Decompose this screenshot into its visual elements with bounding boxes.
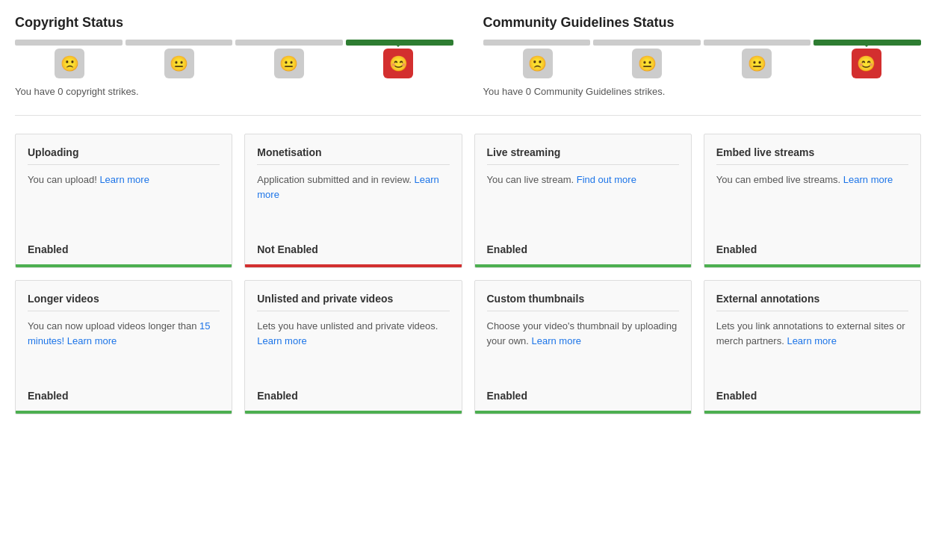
- card-uploading: Uploading You can upload! Learn more Ena…: [15, 134, 232, 268]
- card-unlisted-private-bar: [245, 411, 461, 414]
- card-external-annotations-desc: Lets you link annotations to external si…: [716, 319, 908, 348]
- card-unlisted-private: Unlisted and private videos Lets you hav…: [244, 280, 462, 414]
- card-custom-thumbnails-desc: Choose your video's thumbnail by uploadi…: [487, 319, 679, 348]
- copyright-seg-1: [15, 40, 123, 46]
- card-embed-live-status: Enabled: [704, 236, 920, 264]
- card-live-streaming-status: Enabled: [475, 236, 691, 264]
- card-unlisted-private-desc: Lets you have unlisted and private video…: [257, 319, 449, 348]
- copyright-status-block: Copyright Status 🙁 😐 😐: [15, 15, 453, 97]
- copyright-happy-icon: 😊: [383, 49, 413, 78]
- community-progress-bar: [483, 40, 922, 46]
- community-neutral-icon: 😐: [632, 49, 662, 78]
- card-custom-thumbnails-bar: [475, 411, 691, 414]
- card-uploading-status: Enabled: [16, 236, 232, 264]
- copyright-face-1: 🙁: [15, 49, 125, 78]
- copyright-face-3: 😐: [234, 49, 344, 78]
- card-monetisation-desc: Application submitted and in review. Lea…: [257, 172, 449, 202]
- card-live-streaming-desc: You can live stream. Find out more: [487, 172, 679, 187]
- card-monetisation-title: Monetisation: [257, 146, 449, 165]
- card-embed-live-desc: You can embed live streams. Learn more: [716, 172, 908, 187]
- community-seg-1: [483, 40, 591, 46]
- copyright-seg-3: [235, 40, 343, 46]
- community-title: Community Guidelines Status: [483, 15, 922, 31]
- card-embed-live: Embed live streams You can embed live st…: [704, 134, 921, 268]
- card-unlisted-private-status: Enabled: [245, 382, 461, 411]
- community-status-text: You have 0 Community Guidelines strikes.: [483, 86, 922, 97]
- community-face-1: 🙁: [483, 49, 593, 78]
- copyright-face-4: 😊: [344, 49, 453, 78]
- card-uploading-link[interactable]: Learn more: [99, 174, 149, 185]
- card-custom-thumbnails-title: Custom thumbnails: [487, 293, 679, 311]
- card-live-streaming-link[interactable]: Find out more: [577, 174, 636, 185]
- copyright-seg-2: [125, 40, 233, 46]
- cards-row-1: Uploading You can upload! Learn more Ena…: [15, 134, 921, 268]
- copyright-title: Copyright Status: [15, 15, 453, 31]
- card-external-annotations-bar: [704, 411, 920, 414]
- card-longer-videos: Longer videos You can now upload videos …: [15, 280, 232, 414]
- card-external-annotations-status: Enabled: [704, 382, 920, 411]
- community-sad-icon: 🙁: [523, 49, 553, 78]
- copyright-sad-icon: 🙁: [55, 49, 84, 78]
- card-uploading-desc: You can upload! Learn more: [28, 172, 220, 187]
- copyright-emoji-row: 🙁 😐 😐 😊: [15, 49, 453, 78]
- cards-row-2: Longer videos You can now upload videos …: [15, 280, 921, 414]
- card-longer-videos-title: Longer videos: [28, 293, 220, 311]
- card-longer-videos-link[interactable]: Learn more: [67, 335, 117, 346]
- card-unlisted-private-title: Unlisted and private videos: [257, 293, 449, 311]
- card-live-streaming-title: Live streaming: [487, 146, 679, 165]
- card-unlisted-private-link[interactable]: Learn more: [257, 335, 306, 346]
- status-section: Copyright Status 🙁 😐 😐: [15, 15, 921, 116]
- copyright-status-text: You have 0 copyright strikes.: [15, 86, 453, 97]
- community-face-2: 😐: [592, 49, 702, 78]
- card-embed-live-bar: [704, 264, 920, 267]
- copyright-face-2: 😐: [125, 49, 235, 78]
- card-monetisation-status: Not Enabled: [245, 236, 461, 264]
- copyright-neutral-icon: 😐: [164, 49, 194, 78]
- community-neutral2-icon: 😐: [742, 49, 772, 78]
- community-face-3: 😐: [702, 49, 812, 78]
- copyright-progress-bar: [15, 40, 453, 46]
- card-uploading-bar: [16, 264, 232, 267]
- community-status-block: Community Guidelines Status 🙁 😐 😐: [483, 15, 922, 97]
- community-seg-2: [593, 40, 701, 46]
- community-seg-3: [704, 40, 811, 46]
- card-live-streaming: Live streaming You can live stream. Find…: [474, 134, 692, 268]
- card-custom-thumbnails-link[interactable]: Learn more: [531, 335, 580, 346]
- card-monetisation: Monetisation Application submitted and i…: [244, 134, 462, 268]
- card-uploading-title: Uploading: [28, 146, 220, 165]
- card-longer-videos-status: Enabled: [16, 382, 232, 411]
- community-happy-icon: 😊: [852, 49, 881, 78]
- card-custom-thumbnails-status: Enabled: [475, 382, 691, 411]
- card-embed-live-title: Embed live streams: [716, 146, 908, 165]
- community-emoji-row: 🙁 😐 😐 😊: [483, 49, 922, 78]
- card-longer-videos-desc: You can now upload videos longer than 15…: [28, 319, 220, 348]
- copyright-neutral2-icon: 😐: [274, 49, 304, 78]
- community-face-4: 😊: [811, 49, 921, 78]
- card-monetisation-bar: [245, 264, 461, 267]
- card-external-annotations-title: External annotations: [716, 293, 908, 311]
- card-longer-videos-bar: [16, 411, 232, 414]
- card-embed-live-link[interactable]: Learn more: [843, 174, 893, 185]
- card-live-streaming-bar: [475, 264, 691, 267]
- card-custom-thumbnails: Custom thumbnails Choose your video's th…: [474, 280, 692, 414]
- card-external-annotations: External annotations Lets you link annot…: [704, 280, 921, 414]
- card-external-annotations-link[interactable]: Learn more: [787, 335, 836, 346]
